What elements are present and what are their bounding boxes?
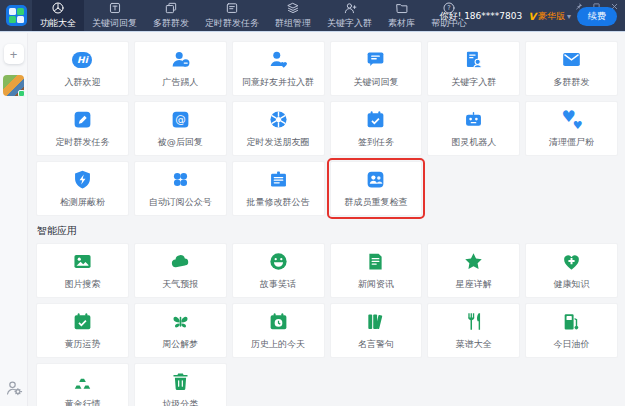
- books-icon: [365, 311, 387, 333]
- tile-label: 批量修改群公告: [247, 196, 310, 209]
- folder-icon: [395, 1, 409, 15]
- tile-turing-robot[interactable]: 图灵机器人: [427, 101, 520, 156]
- tile-news-info[interactable]: 新闻资讯: [330, 243, 423, 298]
- tile-label: 今日油价: [554, 338, 590, 351]
- tile-dream-interpretation[interactable]: 周公解梦: [134, 303, 227, 358]
- nav-item-multi-group-send[interactable]: 多群群发: [145, 0, 197, 31]
- renew-button[interactable]: 续费: [577, 7, 617, 26]
- tile-label: 多群群发: [554, 76, 590, 89]
- tile-label: 黄金行情: [64, 398, 100, 406]
- main-nav: 功能大全关键词回复多群群发定时群发任务群组管理关键字入群素材库?帮助中心: [32, 0, 475, 31]
- tile-oil-price[interactable]: 今日油价: [525, 303, 618, 358]
- grid-compass-icon: [51, 1, 65, 15]
- add-account-button[interactable]: +: [4, 44, 24, 64]
- tile-famous-quotes[interactable]: 名言警句: [330, 303, 423, 358]
- tile-label: 健康知识: [554, 278, 590, 291]
- tile-label: 星座详解: [456, 278, 492, 291]
- envelope-icon: [561, 49, 583, 71]
- tile-multi-group-send[interactable]: 多群群发: [525, 41, 618, 96]
- doc-person-icon: [463, 49, 485, 71]
- cloud-icon: [169, 251, 191, 273]
- tile-keyword-join[interactable]: 关键字入群: [427, 41, 520, 96]
- multi-send-icon: [164, 1, 178, 15]
- timed-task-icon: [225, 1, 239, 15]
- tile-at-reply[interactable]: @被@后回复: [134, 101, 227, 156]
- tile-scheduled-moments[interactable]: 定时发送朋友圈: [232, 101, 325, 156]
- nav-item-label: 关键词回复: [92, 17, 137, 30]
- butterfly-icon: [169, 311, 191, 333]
- tile-auto-follow-official[interactable]: 自动订阅公众号: [134, 161, 227, 216]
- robot-icon: [463, 109, 485, 131]
- tile-scheduled-send-task[interactable]: 定时群发任务: [36, 101, 129, 156]
- online-status-dot: [18, 90, 25, 97]
- keyword-box-icon: [108, 1, 122, 15]
- tile-recipes[interactable]: 菜谱大全: [427, 303, 520, 358]
- gold-ingots-icon: [71, 371, 93, 393]
- section-title-smart-apps: 智能应用: [36, 221, 618, 238]
- tile-garbage-sorting[interactable]: 垃圾分类: [134, 363, 227, 406]
- tile-story-jokes[interactable]: 故事笑话: [232, 243, 325, 298]
- tile-ad-kick[interactable]: 广告踢人: [134, 41, 227, 96]
- tile-label: 广告踢人: [162, 76, 198, 89]
- tile-label: 新闻资讯: [358, 278, 394, 291]
- tile-join-welcome[interactable]: Hi入群欢迎: [36, 41, 129, 96]
- nav-item-label: 定时群发任务: [205, 17, 259, 30]
- tile-checkin-task[interactable]: 签到任务: [330, 101, 423, 156]
- person-join-icon: [343, 1, 357, 15]
- fork-knife-icon: [463, 311, 485, 333]
- account-settings-icon[interactable]: [5, 379, 23, 397]
- tile-clean-zombie-fans[interactable]: ♥♥清理僵尸粉: [525, 101, 618, 156]
- tile-label: 定时发送朋友圈: [247, 136, 310, 149]
- tile-almanac-fortune[interactable]: 黄历运势: [36, 303, 129, 358]
- tile-keyword-reply[interactable]: 关键词回复: [330, 41, 423, 96]
- nav-item-keyword-join[interactable]: 关键字入群: [319, 0, 380, 31]
- app-logo-icon: [6, 5, 27, 26]
- tile-label: 历史上的今天: [251, 338, 305, 351]
- tile-detect-blocked-fans[interactable]: 检测屏蔽粉: [36, 161, 129, 216]
- news-doc-icon: [365, 251, 387, 273]
- layers-icon: [286, 1, 300, 15]
- tile-batch-edit-announcement[interactable]: 批量修改群公告: [232, 161, 325, 216]
- tile-label: 群成员重复检查: [344, 196, 407, 209]
- tile-horoscope[interactable]: 星座详解: [427, 243, 520, 298]
- tile-label: 故事笑话: [260, 278, 296, 291]
- tile-health-tips[interactable]: 健康知识: [525, 243, 618, 298]
- nav-item-group-manage[interactable]: 群组管理: [267, 0, 319, 31]
- vip-flag-icon: V: [528, 11, 536, 22]
- tile-image-search[interactable]: 图片搜索: [36, 243, 129, 298]
- feature-grid: Hi入群欢迎广告踢人同意好友并拉入群关键词回复关键字入群多群群发定时群发任务@被…: [28, 33, 625, 406]
- greeting-text: 你好! 186****7803: [440, 10, 523, 23]
- tile-gold-market[interactable]: 黄金行情: [36, 363, 129, 406]
- tile-today-in-history[interactable]: 历史上的今天: [232, 303, 325, 358]
- pencil-square-icon: [71, 109, 93, 131]
- nav-item-material-library[interactable]: 素材库: [380, 0, 423, 31]
- tile-label: 关键词回复: [353, 76, 398, 89]
- nav-item-scheduled-send-task[interactable]: 定时群发任务: [197, 0, 267, 31]
- tile-label: 定时群发任务: [55, 136, 109, 149]
- tile-label: 签到任务: [358, 136, 394, 149]
- twin-hearts-icon: ♥♥: [561, 109, 583, 131]
- announcement-badge-icon: [267, 169, 289, 191]
- tile-label: 图灵机器人: [451, 136, 496, 149]
- tile-label: 关键字入群: [451, 76, 496, 89]
- nav-item-label: 关键字入群: [327, 17, 372, 30]
- chat-lines-icon: [365, 49, 387, 71]
- tile-label: 被@后回复: [158, 136, 203, 149]
- tile-accept-friend-invite[interactable]: 同意好友并拉入群: [232, 41, 325, 96]
- four-petals-icon: [169, 169, 191, 191]
- svg-text:@: @: [175, 113, 186, 125]
- account-area: 你好! 186****7803 V 豪华版 ▾ 续费: [440, 7, 617, 26]
- tile-label: 周公解梦: [162, 338, 198, 351]
- user-avatar[interactable]: [3, 75, 24, 96]
- history-calendar-icon: [267, 311, 289, 333]
- plan-badge[interactable]: V 豪华版 ▾: [528, 10, 571, 23]
- nav-item-features[interactable]: 功能大全: [32, 0, 84, 31]
- nav-item-label: 功能大全: [40, 17, 76, 30]
- chevron-down-icon: ▾: [567, 12, 571, 21]
- tile-weather-forecast[interactable]: 天气预报: [134, 243, 227, 298]
- star-icon: [463, 251, 485, 273]
- gas-pump-icon: [561, 311, 583, 333]
- tile-member-duplicate-check[interactable]: 群成员重复检查: [330, 161, 423, 216]
- person-minus-icon: [169, 49, 191, 71]
- nav-item-keyword-reply[interactable]: 关键词回复: [84, 0, 145, 31]
